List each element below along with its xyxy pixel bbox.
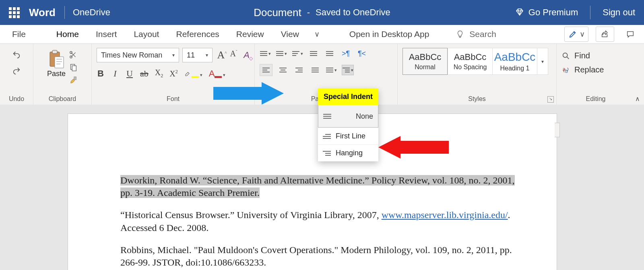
group-styles: AaBbCc Normal AaBbCc No Spacing AaBbCc H…	[398, 44, 557, 105]
underline-button[interactable]: U	[126, 68, 134, 79]
indent-option-none[interactable]: None	[318, 105, 378, 128]
italic-button[interactable]: I	[111, 68, 119, 79]
chevron-down-icon: ∨	[580, 30, 585, 39]
styles-more-button[interactable]: ▾	[537, 48, 548, 75]
find-button[interactable]: Find	[561, 51, 630, 60]
citation-2[interactable]: “Historical Census Browser.” University …	[120, 209, 521, 234]
go-premium-button[interactable]: Go Premium	[515, 7, 578, 18]
chevron-down-icon: ▾	[301, 51, 303, 56]
grow-font-button[interactable]: A^	[216, 49, 229, 61]
comments-button[interactable]	[621, 27, 639, 41]
align-left-button[interactable]	[260, 64, 272, 76]
undo-button[interactable]	[11, 50, 22, 61]
tab-file[interactable]: File	[10, 27, 27, 41]
chevron-down-icon: ▾	[206, 52, 208, 58]
tell-me-search[interactable]: Search	[456, 29, 496, 39]
document-page[interactable]: Dworkin, Ronald W. “Science, Faith and A…	[68, 113, 557, 270]
tab-layout[interactable]: Layout	[132, 27, 161, 41]
group-label-undo: Undo	[9, 95, 24, 103]
citation-3[interactable]: Robbins, Michael. "Paul Muldoon's Covert…	[120, 244, 521, 269]
decrease-indent-button[interactable]	[308, 49, 319, 58]
font-color-button[interactable]: A▾	[209, 68, 226, 79]
indent-hanging-icon	[323, 150, 331, 157]
clear-formatting-button[interactable]: A◇	[244, 50, 250, 60]
format-painter-button[interactable]	[69, 76, 78, 87]
search-icon	[561, 52, 570, 60]
copy-button[interactable]	[69, 63, 78, 74]
chevron-down-icon: ▾	[285, 51, 287, 56]
redo-icon	[11, 66, 22, 75]
svg-marker-11	[213, 82, 284, 105]
multilevel-list-button[interactable]: ▾	[292, 49, 303, 58]
selected-text: pp. 3-19. Academic Search Premier.	[120, 188, 260, 198]
document-title[interactable]: Document	[254, 6, 301, 19]
scissors-icon	[69, 50, 78, 59]
group-label-clipboard: Clipboard	[49, 95, 76, 103]
selected-text: Dworkin, Ronald W. “Science, Faith and A…	[120, 175, 515, 185]
hyperlink[interactable]: www.mapserver.lib.virginia.edu/	[382, 210, 508, 220]
superscript-button[interactable]: X2	[169, 69, 178, 78]
justify-button[interactable]	[310, 65, 321, 75]
separator-dash: -	[307, 7, 310, 18]
paintbrush-icon	[69, 76, 78, 85]
sign-out-link[interactable]: Sign out	[603, 7, 635, 18]
subscript-button[interactable]: X2	[155, 68, 163, 79]
paste-button[interactable]: Paste	[47, 49, 66, 78]
ruler-handle[interactable]	[555, 123, 560, 137]
indent-option-hanging[interactable]: Hanging	[318, 144, 378, 161]
align-right-button[interactable]	[293, 65, 305, 75]
font-name-select[interactable]: Times New Roman▾	[97, 48, 179, 62]
redo-button[interactable]	[11, 66, 22, 77]
search-placeholder: Search	[469, 29, 496, 39]
styles-gallery[interactable]: AaBbCc Normal AaBbCc No Spacing AaBbCc H…	[402, 48, 551, 75]
style-heading-1[interactable]: AaBbCc Heading 1	[492, 48, 537, 75]
editing-mode-button[interactable]: ∨	[564, 27, 588, 42]
share-button[interactable]	[596, 27, 614, 42]
align-center-button[interactable]	[277, 65, 289, 75]
annotation-red-arrow	[378, 136, 449, 159]
style-no-spacing[interactable]: AaBbCc No Spacing	[448, 48, 492, 75]
ltr-direction-button[interactable]: >¶	[340, 49, 351, 58]
special-indent-button[interactable]: ▾	[342, 65, 354, 75]
shrink-font-button[interactable]: Aˇ	[229, 49, 239, 61]
increase-indent-button[interactable]	[324, 49, 335, 58]
tab-view[interactable]: View	[279, 27, 301, 41]
highlighter-icon	[184, 69, 192, 76]
chevron-down-icon: ▾	[172, 52, 175, 58]
line-spacing-button[interactable]: ▾	[326, 65, 337, 75]
special-indent-menu: Special Indent None First Line Hanging	[318, 89, 378, 161]
indent-none-icon	[323, 113, 331, 120]
open-desktop-app[interactable]: Open in Desktop App	[348, 27, 431, 41]
cut-button[interactable]	[69, 50, 78, 61]
font-size-select[interactable]: 11▾	[182, 48, 213, 62]
indent-option-first-line[interactable]: First Line	[318, 128, 378, 144]
tab-review[interactable]: Review	[235, 27, 266, 41]
bold-button[interactable]: B	[97, 68, 105, 79]
paste-label: Paste	[47, 70, 66, 78]
collapse-ribbon-chevron-icon[interactable]: ∧	[635, 95, 640, 103]
share-icon	[601, 30, 609, 39]
style-normal[interactable]: AaBbCc Normal	[402, 48, 448, 75]
tab-references[interactable]: References	[174, 27, 221, 41]
strikethrough-button[interactable]: ab	[140, 68, 149, 79]
rtl-direction-button[interactable]: ¶<	[356, 49, 367, 58]
group-undo: Undo	[0, 44, 33, 105]
bullets-button[interactable]: ▾	[260, 49, 271, 58]
pencil-icon	[568, 30, 577, 39]
tab-insert[interactable]: Insert	[94, 27, 119, 41]
app-launcher-icon[interactable]	[9, 7, 19, 18]
separator	[64, 6, 65, 19]
svg-marker-12	[378, 136, 449, 159]
styles-dialog-launcher[interactable]: ↘	[547, 96, 554, 103]
chevron-down-icon: ▾	[334, 68, 337, 73]
more-tabs-chevron-icon[interactable]: ∨	[314, 30, 320, 39]
indent-first-line-icon	[323, 133, 331, 140]
replace-button[interactable]: ab Replace	[561, 65, 630, 74]
copy-icon	[69, 63, 78, 72]
citation-1[interactable]: Dworkin, Ronald W. “Science, Faith and A…	[120, 174, 521, 199]
tab-home[interactable]: Home	[55, 27, 80, 41]
special-indent-header: Special Indent	[318, 89, 378, 105]
numbering-button[interactable]: ▾	[276, 49, 287, 58]
location-label[interactable]: OneDrive	[73, 7, 110, 18]
highlight-color-button[interactable]: ▾	[184, 68, 202, 79]
